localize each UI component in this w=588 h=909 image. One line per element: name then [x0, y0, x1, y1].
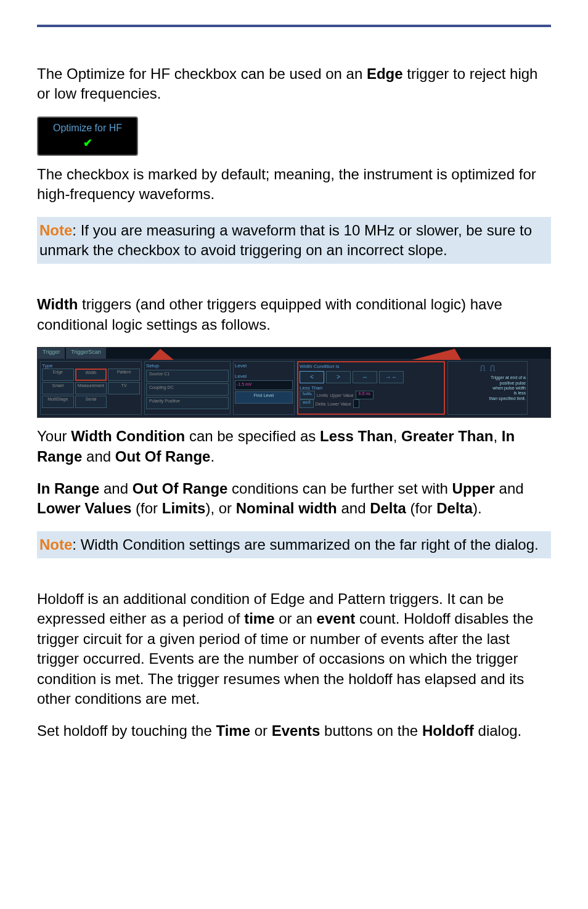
checkmark-icon: ✔ [53, 136, 122, 150]
limits-label: Limits [317, 393, 328, 397]
type-tv[interactable]: TV [108, 382, 140, 394]
wd-icon[interactable]: w±δ [300, 399, 314, 408]
t: , [393, 428, 401, 444]
t: or an [275, 610, 317, 627]
lvl-sublabel: Level [235, 373, 293, 379]
pulse-icon: ⎍ [490, 363, 495, 373]
t: and [495, 480, 524, 497]
b: Less Than [320, 428, 393, 444]
summary-section: ⎍ ⎍ Trigger at end of a positive pulse w… [447, 361, 528, 415]
type-multistage[interactable]: MultiStage [42, 396, 74, 408]
b: event [317, 610, 356, 627]
pol-val: Positive [165, 399, 180, 403]
limits-row: t₁wt₁ Limits Upper Value 6.0 ns [300, 391, 443, 399]
t: (for [131, 500, 161, 516]
width-intro: Width triggers (and other triggers equip… [37, 295, 551, 335]
lower-label: Lower Value [327, 402, 351, 406]
level-section: Level Level -1.5 mV Find Level [233, 361, 295, 415]
b: Delta [436, 500, 473, 516]
type-section: Type Edge Width Pattern Smart Measuremen… [40, 361, 142, 415]
find-level-button[interactable]: Find Level [235, 391, 293, 404]
b: Limits [162, 500, 206, 516]
cpl-val: DC [168, 385, 174, 389]
level-input[interactable]: -1.5 mV [235, 380, 293, 390]
t: and [337, 500, 370, 516]
t: Set holdoff by touching the [37, 722, 216, 739]
holdoff-set-para: Set holdoff by touching the Time or Even… [37, 721, 551, 741]
summary-text: Trigger at end of a positive pulse when … [449, 375, 526, 401]
pol-lbl: Polarity [149, 399, 163, 403]
upper-value-input[interactable]: 6.0 ns [356, 391, 374, 399]
upper-label: Upper Value [330, 393, 353, 397]
condition-label: Width Condition is [300, 364, 443, 369]
note-text: : Width Condition settings are summarize… [72, 536, 538, 553]
edge-bold: Edge [367, 65, 403, 82]
summary-pulse-icons: ⎍ ⎍ [449, 363, 526, 373]
b: Nominal width [236, 500, 337, 516]
range-para: In Range and Out Of Range conditions can… [37, 479, 551, 519]
panel-content: Type Edge Width Pattern Smart Measuremen… [38, 359, 550, 417]
t: Your [37, 428, 71, 444]
note-box-1: Note: If you are measuring a waveform th… [37, 217, 551, 264]
type-label: Type [42, 363, 140, 369]
intro-paragraph-2: The checkbox is marked by default; meani… [37, 165, 551, 205]
intro-paragraph-1: The Optimize for HF checkbox can be used… [37, 64, 551, 104]
type-pattern[interactable]: Pattern [108, 369, 140, 381]
b: Out Of Range [133, 480, 228, 497]
condition-selected: Less Than [300, 385, 443, 391]
note-label: Note [39, 222, 72, 238]
t: (for [406, 500, 436, 516]
t: ). [473, 500, 482, 516]
t: conditions can be further set with [227, 480, 452, 497]
b: Upper [452, 480, 495, 497]
b: Out Of Range [115, 448, 211, 465]
level-label: Level [235, 363, 293, 369]
text: The Optimize for HF checkbox can be used… [37, 65, 367, 82]
condition-buttons: < > ↔ →← [300, 371, 443, 383]
src-val: C1 [164, 372, 169, 376]
type-serial[interactable]: Serial [75, 396, 107, 408]
note-label: Note [39, 536, 72, 553]
b: Width Condition [71, 428, 185, 444]
t: and [99, 480, 132, 497]
top-border [37, 25, 551, 27]
width-condition-section: Width Condition is < > ↔ →← Less Than t₁… [297, 361, 445, 415]
setup-section: Setup Source C1 Coupling DC Polarity Pos… [144, 361, 231, 415]
t: and [82, 448, 115, 465]
greater-than-button[interactable]: > [326, 371, 351, 383]
text: triggers (and other triggers equipped wi… [37, 296, 502, 332]
out-of-range-button[interactable]: →← [379, 371, 404, 383]
width-bold: Width [37, 296, 78, 312]
polarity-button[interactable]: Polarity Positive [146, 397, 229, 409]
type-smart[interactable]: Smart [42, 382, 74, 394]
b: In Range [37, 480, 99, 497]
t: or [250, 722, 272, 739]
setup-label: Setup [146, 363, 229, 369]
tab-trigger[interactable]: Trigger [38, 348, 65, 359]
tw-icon[interactable]: t₁wt₁ [300, 391, 315, 399]
cpl-lbl: Coupling [149, 385, 166, 389]
b: time [244, 610, 274, 627]
type-measurement[interactable]: Measurement [75, 382, 107, 394]
source-button[interactable]: Source C1 [146, 370, 229, 382]
t: can be specified as [185, 428, 320, 444]
b: Events [272, 722, 321, 739]
note-text: : If you are measuring a waveform that i… [39, 222, 532, 258]
coupling-button[interactable]: Coupling DC [146, 383, 229, 396]
in-range-button[interactable]: ↔ [353, 371, 377, 383]
less-than-button[interactable]: < [300, 371, 324, 383]
b: Delta [370, 500, 406, 516]
lower-value-input[interactable] [353, 399, 359, 408]
delta-row: w±δ Delta Lower Value [300, 399, 443, 408]
t: dialog. [474, 722, 521, 739]
b: Lower Values [37, 500, 131, 516]
type-grid: Edge Width Pattern Smart Measurement TV … [42, 369, 140, 408]
width-condition-para: Your Width Condition can be specified as… [37, 426, 551, 467]
optimize-hf-checkbox[interactable]: Optimize for HF ✔ [37, 116, 138, 156]
holdoff-para: Holdoff is an additional condition of Ed… [37, 589, 551, 709]
type-edge[interactable]: Edge [42, 369, 74, 381]
tab-triggerscan[interactable]: TriggerScan [66, 348, 106, 359]
b: Time [216, 722, 250, 739]
type-width[interactable]: Width [75, 369, 107, 381]
b: Greater Than [401, 428, 493, 444]
